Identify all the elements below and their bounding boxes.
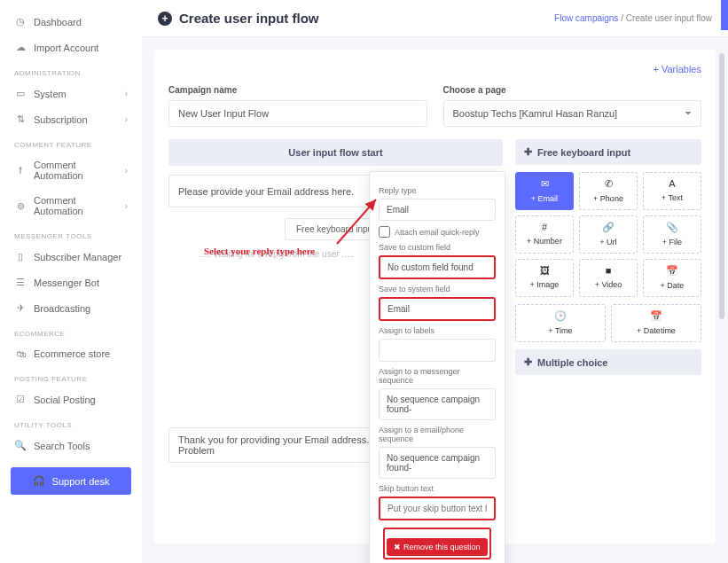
free-keyboard-header: ✚Free keyboard input xyxy=(515,139,701,165)
input-type-phone[interactable]: ✆+ Phone xyxy=(579,172,638,210)
messenger-seq-label: Assign to a messenger sequence xyxy=(379,367,496,385)
assign-labels-input[interactable] xyxy=(379,339,496,362)
sidebar-item-label: Comment Automation xyxy=(34,160,118,181)
plus-circle-icon: + xyxy=(158,12,172,26)
input-type-video[interactable]: ■+ Video xyxy=(579,259,638,297)
choose-page-select[interactable]: Boostup Techs [Kamrul Hasan Ranzu] xyxy=(443,100,702,127)
sidebar-section-utility: UTILITY TOOLS xyxy=(0,412,142,433)
scrollbar[interactable] xyxy=(719,53,724,554)
sidebar-item-label: Subscriber Manager xyxy=(34,252,128,262)
input-type-file[interactable]: 📎+ File xyxy=(643,215,701,254)
plus-icon: ✚ xyxy=(524,356,532,368)
main-area: + Create user input flow Flow campaigns … xyxy=(142,0,728,563)
custom-field-label: Save to custom field xyxy=(379,243,496,252)
bot-icon: ☰ xyxy=(14,277,27,288)
topbar: + Create user input flow Flow campaigns … xyxy=(142,0,728,37)
chevron-right-icon: › xyxy=(125,89,128,98)
chevron-right-icon: › xyxy=(125,114,128,124)
link-icon: 🔗 xyxy=(582,222,635,233)
sidebar-item-comment-1[interactable]: fComment Automation› xyxy=(0,152,142,188)
send-icon: ✈ xyxy=(14,302,27,314)
sidebar-item-search[interactable]: 🔍Search Tools xyxy=(0,433,142,458)
sidebar-item-system[interactable]: ▭System› xyxy=(0,81,142,106)
breadcrumb: Flow campaigns / Create user input flow xyxy=(554,13,712,23)
image-icon: 🖼 xyxy=(518,265,571,276)
reply-type-select[interactable]: Email xyxy=(379,199,496,221)
question-settings-panel: Reply type Email Attach email quick-repl… xyxy=(369,171,505,563)
bag-icon: 🛍 xyxy=(14,348,27,359)
sidebar-item-label: Messenger Bot xyxy=(34,278,128,288)
sidebar-item-label: System xyxy=(34,89,118,99)
sidebar-item-label: Dashboard xyxy=(34,17,128,27)
email-seq-label: Assign to a email/phone sequence xyxy=(379,426,496,443)
support-desk-button[interactable]: 🎧Support desk xyxy=(11,467,131,495)
clip-icon: 📎 xyxy=(646,222,699,233)
check-icon: ☑ xyxy=(14,394,27,405)
messenger-seq-select[interactable]: No sequence campaign found- xyxy=(379,388,496,420)
sidebar-item-label: Comment Automation xyxy=(34,195,118,216)
sidebar-section-posting: POSTING FEATURE xyxy=(0,366,142,387)
number-icon: # xyxy=(518,222,571,232)
system-field-select[interactable]: Email xyxy=(379,297,496,321)
chevron-right-icon: › xyxy=(125,201,128,211)
variables-link[interactable]: + Variables xyxy=(168,64,701,74)
input-type-number[interactable]: #+ Number xyxy=(515,215,574,254)
sidebar-item-import[interactable]: ☁Import Account xyxy=(0,35,142,60)
email-seq-select[interactable]: No sequence campaign found- xyxy=(379,447,496,479)
sidebar-item-social[interactable]: ☑Social Posting xyxy=(0,387,142,412)
facebook-icon: f xyxy=(14,165,27,176)
sidebar-item-label: Subscription xyxy=(34,114,118,125)
sidebar-section-comment: COMMENT FEATURE xyxy=(0,132,142,152)
calendar-icon: 📅 xyxy=(646,265,699,277)
input-type-text[interactable]: A+ Text xyxy=(643,172,701,210)
phone-icon: ✆ xyxy=(582,178,635,190)
sidebar-item-ecom[interactable]: 🛍Ecommerce store xyxy=(0,341,142,366)
sidebar-item-bot[interactable]: ☰Messenger Bot xyxy=(0,270,142,295)
remove-question-button[interactable]: ✖ Remove this question xyxy=(387,538,487,556)
sidebar-item-subscriber[interactable]: ▯Subscriber Manager xyxy=(0,244,142,270)
sidebar-item-broadcast[interactable]: ✈Broadcasting xyxy=(0,295,142,321)
sidebar-item-subscription[interactable]: ⇅Subscription› xyxy=(0,106,142,132)
campaign-name-input[interactable] xyxy=(168,100,427,127)
sidebar-section-admin: ADMINISTRATION xyxy=(0,60,142,81)
multiple-choice-header: ✚Multiple choice xyxy=(515,349,701,375)
custom-field-select[interactable]: No custom field found xyxy=(379,255,496,279)
flow-start-header: User input flow start xyxy=(168,139,503,166)
input-type-time[interactable]: 🕒+ Time xyxy=(515,304,606,342)
scrollbar-thumb[interactable] xyxy=(719,53,724,319)
accent-strip xyxy=(721,0,728,30)
headset-icon: 🎧 xyxy=(33,475,45,487)
breadcrumb-link[interactable]: Flow campaigns xyxy=(554,13,618,23)
video-icon: ■ xyxy=(582,265,635,276)
sidebar-item-label: Search Tools xyxy=(34,441,128,451)
exchange-icon: ⇅ xyxy=(14,113,27,125)
book-icon: ▯ xyxy=(14,251,27,262)
attach-quick-reply-checkbox[interactable]: Attach email quick-reply xyxy=(379,226,496,238)
gauge-icon: ◷ xyxy=(14,16,27,27)
datetime-icon: 📅 xyxy=(614,310,699,322)
input-type-url[interactable]: 🔗+ Url xyxy=(579,215,638,254)
chevron-right-icon: › xyxy=(125,166,128,176)
choose-page-label: Choose a page xyxy=(443,85,702,95)
sidebar-section-ecom: ECOMMERCE xyxy=(0,321,142,341)
sidebar-item-dashboard[interactable]: ◷Dashboard xyxy=(0,9,142,35)
input-type-email[interactable]: ✉+ Email xyxy=(515,172,574,210)
input-type-image[interactable]: 🖼+ Image xyxy=(515,259,574,297)
breadcrumb-current: Create user input flow xyxy=(626,13,712,23)
annotation-text: Select your reply type here xyxy=(204,246,315,256)
skip-button-label: Skip button text xyxy=(379,484,496,493)
reply-type-label: Reply type xyxy=(379,186,496,195)
content: + Variables Campaign name Choose a page … xyxy=(142,37,728,563)
assign-labels-label: Assign to labels xyxy=(379,326,496,335)
input-type-grid: ✉+ Email ✆+ Phone A+ Text #+ Number 🔗+ U… xyxy=(515,172,701,297)
sidebar-item-label: Import Account xyxy=(34,43,128,53)
sidebar-item-comment-2[interactable]: ⊚Comment Automation› xyxy=(0,188,142,223)
sidebar-item-label: Ecommerce store xyxy=(34,348,128,359)
page-title: Create user input flow xyxy=(179,11,319,26)
skip-button-input[interactable] xyxy=(379,497,496,520)
input-type-date[interactable]: 📅+ Date xyxy=(643,259,701,297)
instagram-icon: ⊚ xyxy=(14,200,27,212)
input-type-datetime[interactable]: 📅+ Datetime xyxy=(611,304,701,342)
search-icon: 🔍 xyxy=(14,440,27,451)
support-label: Support desk xyxy=(52,476,110,487)
